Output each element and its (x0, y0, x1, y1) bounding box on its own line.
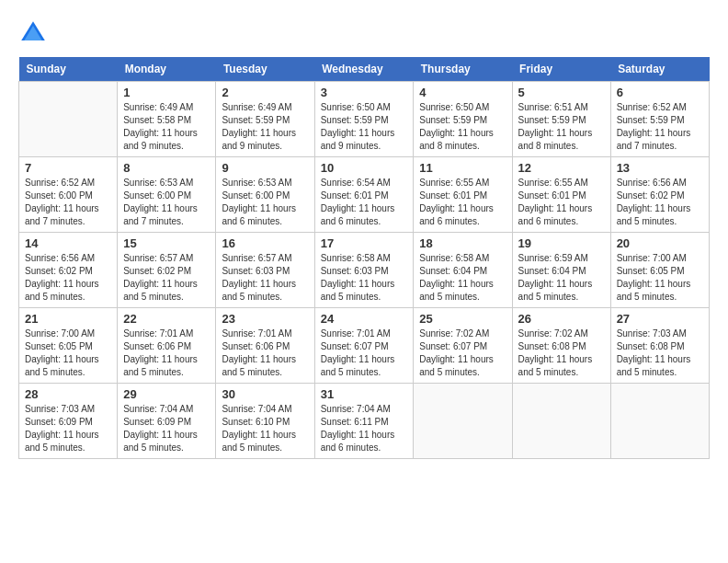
week-row-0: 1 Sunrise: 6:49 AM Sunset: 5:58 PM Dayli… (19, 82, 710, 157)
calendar-cell (512, 384, 610, 459)
sunrise: Sunrise: 6:50 AM (419, 102, 489, 112)
daylight: Daylight: 11 hours and 5 minutes. (617, 203, 691, 226)
header-friday: Friday (512, 57, 610, 82)
calendar-cell: 26 Sunrise: 7:02 AM Sunset: 6:08 PM Dayl… (512, 308, 610, 384)
sunrise: Sunrise: 7:03 AM (25, 404, 95, 414)
sunrise: Sunrise: 6:59 AM (518, 253, 588, 263)
sunset: Sunset: 5:59 PM (617, 115, 685, 125)
calendar-cell: 22 Sunrise: 7:01 AM Sunset: 6:06 PM Dayl… (118, 308, 216, 384)
sunrise: Sunrise: 6:51 AM (518, 102, 588, 112)
cell-info: Sunrise: 7:04 AM Sunset: 6:10 PM Dayligh… (222, 403, 308, 454)
calendar-cell: 8 Sunrise: 6:53 AM Sunset: 6:00 PM Dayli… (118, 157, 216, 233)
sunset: Sunset: 6:07 PM (419, 341, 487, 351)
calendar: SundayMondayTuesdayWednesdayThursdayFrid… (18, 57, 710, 459)
calendar-cell: 10 Sunrise: 6:54 AM Sunset: 6:01 PM Dayl… (314, 157, 414, 233)
cell-info: Sunrise: 7:00 AM Sunset: 6:05 PM Dayligh… (617, 252, 703, 304)
week-row-2: 14 Sunrise: 6:56 AM Sunset: 6:02 PM Dayl… (19, 233, 710, 308)
day-number: 28 (25, 387, 111, 401)
calendar-cell: 25 Sunrise: 7:02 AM Sunset: 6:07 PM Dayl… (414, 308, 512, 384)
sunrise: Sunrise: 6:55 AM (419, 178, 489, 188)
logo (18, 18, 51, 48)
sunset: Sunset: 5:59 PM (222, 115, 290, 125)
sunset: Sunset: 6:00 PM (123, 190, 191, 201)
sunrise: Sunrise: 6:57 AM (222, 253, 291, 263)
daylight: Daylight: 11 hours and 9 minutes. (321, 128, 395, 151)
calendar-cell: 16 Sunrise: 6:57 AM Sunset: 6:03 PM Dayl… (216, 233, 314, 308)
day-number: 9 (222, 161, 308, 175)
daylight: Daylight: 11 hours and 5 minutes. (222, 354, 296, 377)
sunset: Sunset: 5:59 PM (321, 115, 389, 125)
header-wednesday: Wednesday (314, 57, 414, 82)
daylight: Daylight: 11 hours and 5 minutes. (518, 354, 593, 377)
sunset: Sunset: 6:01 PM (518, 190, 586, 201)
day-number: 29 (123, 387, 210, 401)
daylight: Daylight: 11 hours and 5 minutes. (617, 279, 691, 302)
daylight: Daylight: 11 hours and 5 minutes. (518, 279, 593, 302)
sunset: Sunset: 6:06 PM (222, 341, 290, 351)
sunrise: Sunrise: 6:50 AM (321, 102, 391, 112)
sunrise: Sunrise: 6:49 AM (123, 102, 193, 112)
calendar-cell (414, 384, 512, 459)
daylight: Daylight: 11 hours and 5 minutes. (25, 430, 99, 453)
calendar-cell (19, 82, 118, 157)
calendar-cell: 18 Sunrise: 6:58 AM Sunset: 6:04 PM Dayl… (414, 233, 512, 308)
calendar-cell: 7 Sunrise: 6:52 AM Sunset: 6:00 PM Dayli… (19, 157, 118, 233)
week-row-1: 7 Sunrise: 6:52 AM Sunset: 6:00 PM Dayli… (19, 157, 710, 233)
daylight: Daylight: 11 hours and 6 minutes. (321, 203, 395, 226)
cell-info: Sunrise: 6:49 AM Sunset: 5:58 PM Dayligh… (123, 101, 210, 153)
calendar-cell: 30 Sunrise: 7:04 AM Sunset: 6:10 PM Dayl… (216, 384, 314, 459)
calendar-cell: 23 Sunrise: 7:01 AM Sunset: 6:06 PM Dayl… (216, 308, 314, 384)
daylight: Daylight: 11 hours and 9 minutes. (222, 128, 296, 151)
sunset: Sunset: 6:05 PM (25, 341, 93, 351)
calendar-cell: 17 Sunrise: 6:58 AM Sunset: 6:03 PM Dayl… (314, 233, 414, 308)
sunset: Sunset: 6:02 PM (617, 190, 685, 201)
calendar-cell: 13 Sunrise: 6:56 AM Sunset: 6:02 PM Dayl… (610, 157, 709, 233)
daylight: Daylight: 11 hours and 5 minutes. (419, 354, 494, 377)
day-number: 2 (222, 86, 308, 99)
cell-info: Sunrise: 7:00 AM Sunset: 6:05 PM Dayligh… (25, 327, 111, 379)
sunrise: Sunrise: 7:00 AM (25, 328, 95, 339)
sunrise: Sunrise: 7:01 AM (321, 328, 391, 339)
daylight: Daylight: 11 hours and 5 minutes. (123, 279, 198, 302)
day-number: 15 (123, 236, 210, 250)
calendar-cell: 12 Sunrise: 6:55 AM Sunset: 6:01 PM Dayl… (512, 157, 610, 233)
sunrise: Sunrise: 7:02 AM (518, 328, 588, 339)
header-tuesday: Tuesday (216, 57, 314, 82)
sunset: Sunset: 6:07 PM (321, 341, 389, 351)
calendar-cell: 27 Sunrise: 7:03 AM Sunset: 6:08 PM Dayl… (610, 308, 709, 384)
sunset: Sunset: 6:01 PM (419, 190, 487, 201)
calendar-cell: 15 Sunrise: 6:57 AM Sunset: 6:02 PM Dayl… (118, 233, 216, 308)
cell-info: Sunrise: 6:56 AM Sunset: 6:02 PM Dayligh… (617, 177, 703, 228)
cell-info: Sunrise: 7:04 AM Sunset: 6:09 PM Dayligh… (123, 403, 210, 454)
calendar-cell: 2 Sunrise: 6:49 AM Sunset: 5:59 PM Dayli… (216, 82, 314, 157)
day-number: 26 (518, 312, 605, 326)
daylight: Daylight: 11 hours and 8 minutes. (419, 128, 494, 151)
daylight: Daylight: 11 hours and 5 minutes. (321, 279, 395, 302)
cell-info: Sunrise: 7:04 AM Sunset: 6:11 PM Dayligh… (321, 403, 408, 454)
cell-info: Sunrise: 6:55 AM Sunset: 6:01 PM Dayligh… (419, 177, 506, 228)
day-number: 18 (419, 236, 506, 250)
cell-info: Sunrise: 7:03 AM Sunset: 6:08 PM Dayligh… (617, 327, 703, 379)
daylight: Daylight: 11 hours and 6 minutes. (222, 203, 296, 226)
sunrise: Sunrise: 7:04 AM (123, 404, 193, 414)
sunset: Sunset: 6:09 PM (25, 417, 93, 427)
sunrise: Sunrise: 6:52 AM (25, 178, 95, 188)
cell-info: Sunrise: 7:03 AM Sunset: 6:09 PM Dayligh… (25, 403, 111, 454)
sunset: Sunset: 6:03 PM (321, 266, 389, 276)
cell-info: Sunrise: 6:59 AM Sunset: 6:04 PM Dayligh… (518, 252, 605, 304)
week-row-3: 21 Sunrise: 7:00 AM Sunset: 6:05 PM Dayl… (19, 308, 710, 384)
sunrise: Sunrise: 7:00 AM (617, 253, 687, 263)
sunset: Sunset: 6:04 PM (518, 266, 586, 276)
daylight: Daylight: 11 hours and 5 minutes. (222, 430, 296, 453)
sunset: Sunset: 6:00 PM (25, 190, 93, 201)
day-number: 17 (321, 236, 408, 250)
sunrise: Sunrise: 7:01 AM (123, 328, 193, 339)
day-number: 5 (518, 86, 605, 99)
sunset: Sunset: 6:04 PM (419, 266, 487, 276)
sunset: Sunset: 6:05 PM (617, 266, 685, 276)
calendar-cell: 4 Sunrise: 6:50 AM Sunset: 5:59 PM Dayli… (414, 82, 512, 157)
cell-info: Sunrise: 6:58 AM Sunset: 6:03 PM Dayligh… (321, 252, 408, 304)
cell-info: Sunrise: 6:52 AM Sunset: 6:00 PM Dayligh… (25, 177, 111, 228)
header-thursday: Thursday (414, 57, 512, 82)
sunset: Sunset: 6:06 PM (123, 341, 191, 351)
